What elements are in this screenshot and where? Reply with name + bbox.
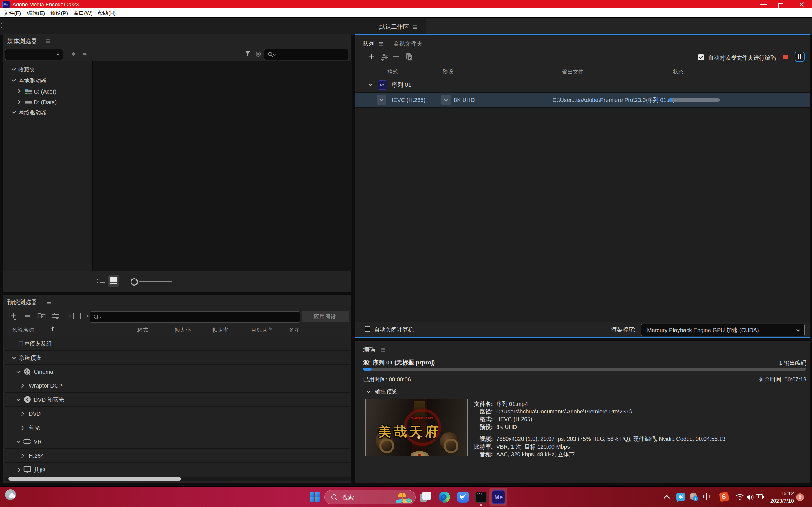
- apply-preset-button[interactable]: 应用预设: [302, 311, 349, 322]
- list-view-icon[interactable]: [97, 278, 105, 284]
- tree-item-network-drives[interactable]: 网络驱动器: [18, 110, 47, 115]
- queue-col-format[interactable]: 格式: [388, 69, 398, 74]
- row-chevron-down-icon[interactable]: [11, 356, 16, 359]
- job-format[interactable]: HEVC (H.265): [389, 97, 425, 103]
- preset-row[interactable]: VR: [4, 435, 351, 448]
- col-frame-size[interactable]: 帧大小: [174, 327, 191, 333]
- edge-browser-icon[interactable]: [439, 492, 450, 503]
- workspace-tab[interactable]: 默认工作区: [379, 24, 409, 30]
- preset-row[interactable]: DVD: [4, 407, 351, 420]
- tray-clock-date[interactable]: 2023/7/10: [760, 498, 794, 504]
- menu-file[interactable]: 文件(F): [3, 10, 21, 16]
- row-chevron-right-icon[interactable]: [17, 467, 20, 472]
- terminal-icon[interactable]: C:\_: [475, 492, 487, 503]
- back-arrow-icon[interactable]: [71, 52, 77, 57]
- auto-shutdown-checkbox[interactable]: [365, 326, 370, 332]
- preset-row[interactable]: 蓝光: [4, 421, 351, 435]
- preset-row[interactable]: H.264: [4, 449, 351, 462]
- workspace-menu-icon[interactable]: [412, 25, 417, 29]
- search-highlight-icon[interactable]: [394, 491, 412, 504]
- tree-item-local-drives[interactable]: 本地驱动器: [18, 78, 47, 83]
- queue-col-output[interactable]: 输出文件: [562, 69, 583, 74]
- row-chevron-down-icon[interactable]: [16, 440, 21, 443]
- delete-preset-button[interactable]: [25, 316, 31, 317]
- group-chevron-down-icon[interactable]: [368, 83, 373, 86]
- media-browser-search-input[interactable]: [264, 49, 349, 60]
- tray-messenger-icon[interactable]: ✱: [676, 493, 685, 501]
- minimize-button[interactable]: [756, 0, 771, 8]
- col-preset-name[interactable]: 预设名称: [12, 327, 34, 333]
- thumbnail-view-button[interactable]: [108, 275, 119, 287]
- tree-chevron-down-icon[interactable]: [11, 79, 16, 82]
- media-encoder-taskbar-active[interactable]: Me: [490, 488, 507, 506]
- row-chevron-right-icon[interactable]: [21, 453, 24, 458]
- stop-button[interactable]: [783, 55, 788, 59]
- tree-item-favorites[interactable]: 收藏夹: [18, 67, 35, 72]
- preset-dropdown[interactable]: [441, 95, 451, 105]
- tree-chevron-right-icon[interactable]: [18, 89, 21, 94]
- menu-preset[interactable]: 预设(P): [50, 10, 68, 16]
- col-frame-rate[interactable]: 帧速率: [212, 327, 229, 333]
- preview-chevron-down-icon[interactable]: [366, 390, 371, 393]
- col-format[interactable]: 格式: [137, 327, 148, 333]
- export-preset-button[interactable]: [80, 312, 89, 320]
- row-chevron-right-icon[interactable]: [21, 411, 24, 416]
- tree-chevron-down-icon[interactable]: [11, 68, 16, 71]
- row-chevron-down-icon[interactable]: [16, 398, 21, 401]
- row-chevron-down-icon[interactable]: [16, 371, 21, 374]
- close-button[interactable]: [794, 0, 811, 8]
- tray-clock-time[interactable]: 16:12: [766, 491, 794, 496]
- tree-item-drive-d[interactable]: D: (Data): [34, 100, 57, 105]
- tree-chevron-down-icon[interactable]: [11, 111, 16, 114]
- tray-expand-icon[interactable]: [663, 495, 670, 499]
- restore-button[interactable]: [775, 0, 791, 8]
- preset-settings-button[interactable]: [51, 312, 60, 320]
- preset-row[interactable]: 用户预设及组: [4, 337, 351, 350]
- new-preset-button[interactable]: [10, 312, 17, 321]
- import-preset-button[interactable]: [65, 312, 74, 320]
- duplicate-button[interactable]: [405, 53, 413, 61]
- pause-button[interactable]: [795, 52, 805, 62]
- job-preset[interactable]: 8K UHD: [454, 97, 474, 103]
- queue-menu-icon[interactable]: [379, 42, 384, 46]
- zoom-slider-knob[interactable]: [131, 278, 138, 286]
- new-group-button[interactable]: [37, 312, 46, 320]
- preset-row[interactable]: DVD 和蓝光: [4, 393, 351, 406]
- preset-hscrollbar-thumb[interactable]: [8, 477, 181, 481]
- start-button[interactable]: [310, 492, 320, 502]
- add-output-button[interactable]: [380, 53, 389, 62]
- preset-row[interactable]: 系统预设: [4, 351, 351, 364]
- preset-hscrollbar-track[interactable]: [4, 476, 351, 481]
- queue-job-row[interactable]: HEVC (H.265) 8K UHD C:\User...ts\Adobe\P…: [355, 93, 810, 107]
- queue-col-status[interactable]: 状态: [673, 69, 684, 74]
- tree-item-drive-c[interactable]: C: (Acer): [34, 89, 56, 94]
- file-explorer-icon[interactable]: [419, 492, 431, 503]
- preset-browser-menu-icon[interactable]: [47, 300, 51, 304]
- panel-drag-handle[interactable]: [1, 23, 2, 31]
- eye-icon[interactable]: [255, 51, 261, 57]
- forward-arrow-icon[interactable]: [81, 52, 87, 57]
- media-browser-source-dropdown[interactable]: [5, 49, 63, 60]
- row-chevron-right-icon[interactable]: [21, 383, 24, 388]
- taskbar-search[interactable]: 搜索: [324, 490, 416, 504]
- notification-badge[interactable]: 8: [796, 494, 804, 501]
- menu-help[interactable]: 帮助(H): [98, 10, 116, 16]
- row-chevron-right-icon[interactable]: [21, 426, 24, 431]
- volume-icon[interactable]: [746, 493, 754, 501]
- preset-row[interactable]: Cinema: [4, 365, 351, 379]
- tray-sogou-icon[interactable]: S: [719, 492, 729, 502]
- preset-row[interactable]: 其他: [4, 463, 351, 476]
- tab-queue[interactable]: 队列: [363, 41, 374, 47]
- remove-button[interactable]: [393, 56, 399, 57]
- queue-group-row[interactable]: Pr 序列 01: [355, 77, 810, 92]
- add-source-button[interactable]: [368, 54, 374, 60]
- weather-widget-icon[interactable]: [5, 489, 16, 500]
- zoom-slider-track[interactable]: [139, 281, 172, 282]
- media-browser-menu-icon[interactable]: [46, 40, 50, 43]
- thunder-app-icon[interactable]: [457, 492, 469, 503]
- menu-window[interactable]: 窗口(W): [73, 10, 93, 16]
- wifi-icon[interactable]: [735, 494, 744, 501]
- menu-edit[interactable]: 编辑(E): [27, 10, 45, 16]
- tree-chevron-right-icon[interactable]: [18, 100, 21, 104]
- tab-watch-folders[interactable]: 监视文件夹: [393, 41, 423, 47]
